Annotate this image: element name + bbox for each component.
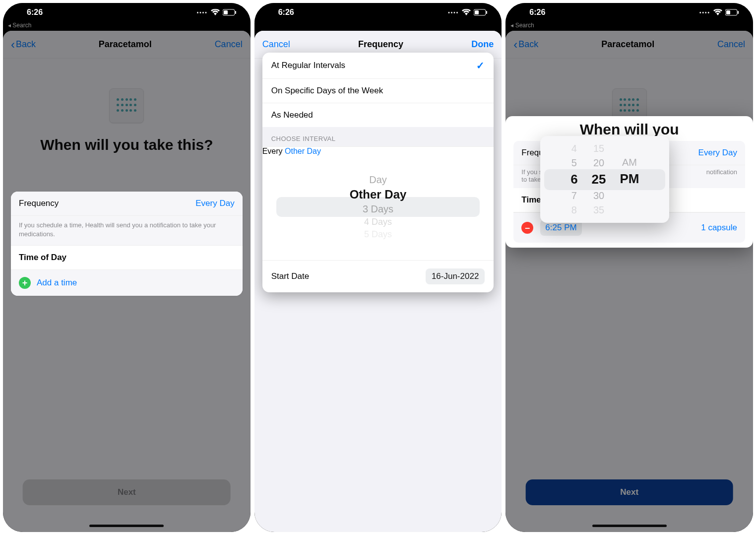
option-specific-days[interactable]: On Specific Days of the Week (262, 79, 494, 103)
section-choose-interval: CHOOSE INTERVAL (262, 127, 494, 146)
minute-column[interactable]: 15 20 25 30 35 (592, 143, 606, 216)
cell-dots-icon: •••• (448, 10, 459, 15)
svg-rect-4 (475, 10, 479, 14)
frequency-row[interactable]: Frequency Every Day (11, 192, 243, 216)
battery-icon (474, 9, 488, 16)
time-of-day-header: Time of Day (11, 246, 243, 270)
picker-option[interactable]: Day (350, 173, 407, 187)
frequency-value: Every Day (698, 148, 737, 158)
heading: When will you take this? (40, 136, 213, 154)
chevron-left-icon: ‹ (11, 39, 15, 51)
status-bar: 6:26 •••• (505, 3, 753, 22)
status-right: •••• (197, 9, 237, 16)
option-regular-intervals[interactable]: At Regular Intervals ✓ (262, 53, 494, 79)
page-title: Paracetamol (601, 39, 654, 50)
phone-1: 6:26 •••• Search ‹Back Paracetamol Cance… (3, 3, 251, 532)
svg-rect-2 (235, 11, 236, 14)
home-indicator[interactable] (89, 525, 164, 527)
chevron-left-icon: ‹ (513, 39, 517, 51)
wifi-icon (713, 9, 722, 16)
every-row[interactable]: Every Other Day (262, 146, 494, 156)
time-picker-popover[interactable]: 4 5 6 7 8 15 20 25 30 35 AM PM (540, 136, 669, 223)
option-label: As Needed (271, 110, 313, 120)
interval-picker-block: Day Other Day 3 Days 4 Days 5 Days (262, 165, 494, 260)
checkmark-icon: ✓ (476, 60, 485, 71)
minute-selected: 25 (592, 172, 606, 187)
wifi-icon (211, 9, 220, 16)
next-button[interactable]: Next (525, 479, 733, 505)
phone-3: 6:26 •••• Search ‹Back Paracetamol Cance… (505, 3, 753, 532)
back-to-search[interactable]: Search (3, 22, 251, 31)
schedule-hint: If you schedule a time, Health will send… (11, 216, 243, 246)
phone-2: 6:26 •••• . Cancel Frequency Done At Reg… (254, 3, 502, 532)
svg-rect-1 (224, 10, 228, 14)
frequency-label: Frequency (19, 199, 59, 208)
dose-value[interactable]: 1 capsule (701, 223, 737, 233)
option-label: At Regular Intervals (271, 61, 345, 70)
frequency-value: Every Day (195, 199, 234, 208)
screen-3: ‹Back Paracetamol Cancel Next (505, 31, 753, 532)
start-date-row[interactable]: Start Date 16-Jun-2022 (262, 260, 494, 292)
done-button[interactable]: Done (471, 39, 494, 50)
back-button[interactable]: ‹Back (513, 39, 538, 51)
option-as-needed[interactable]: As Needed (262, 103, 494, 127)
nav-bar: ‹Back Paracetamol Cancel (505, 31, 753, 59)
status-right: •••• (699, 9, 739, 16)
hour-column[interactable]: 4 5 6 7 8 (570, 143, 577, 216)
ampm-column[interactable]: AM PM (620, 143, 639, 216)
tod-label: Time (521, 195, 541, 205)
home-indicator[interactable] (592, 525, 667, 527)
battery-icon (223, 9, 237, 16)
schedule-card: Frequency Every Day If you schedule a ti… (11, 192, 243, 296)
battery-icon (725, 9, 739, 16)
add-time-row[interactable]: + Add a time (11, 270, 243, 296)
option-label: On Specific Days of the Week (271, 86, 383, 96)
wifi-icon (462, 9, 471, 16)
next-button: Next (23, 479, 231, 505)
every-value: Other Day (285, 147, 321, 155)
status-time: 6:26 (27, 8, 43, 17)
picker-option[interactable]: 3 Days (350, 202, 407, 216)
back-button[interactable]: ‹Back (11, 39, 36, 51)
picker-option-selected[interactable]: Other Day (350, 187, 407, 202)
page-title: Paracetamol (99, 39, 152, 50)
status-bar: 6:26 •••• (3, 3, 251, 22)
nav-bar: ‹Back Paracetamol Cancel (3, 31, 251, 59)
picker-option[interactable]: 5 Days (350, 228, 407, 241)
ampm-selected: PM (620, 171, 639, 187)
status-time: 6:26 (529, 8, 545, 17)
frequency-overlay: At Regular Intervals ✓ On Specific Days … (262, 53, 494, 292)
start-date-value[interactable]: 16-Jun-2022 (426, 268, 485, 284)
cell-dots-icon: •••• (197, 10, 208, 15)
cancel-button[interactable]: Cancel (215, 39, 243, 50)
remove-icon[interactable]: – (521, 222, 533, 234)
cell-dots-icon: •••• (699, 10, 710, 15)
plus-icon: + (19, 277, 31, 289)
svg-rect-8 (738, 11, 739, 14)
every-label: Every (262, 147, 283, 155)
schedule-popover-card: When will you Frequ Every Day If you sno… (505, 116, 753, 248)
hour-selected: 6 (570, 172, 577, 187)
cancel-button[interactable]: Cancel (262, 39, 290, 50)
status-time: 6:26 (278, 8, 294, 17)
status-right: •••• (448, 9, 488, 16)
status-bar: 6:26 •••• (254, 3, 502, 22)
back-to-search[interactable]: Search (505, 22, 753, 31)
frequency-options: At Regular Intervals ✓ On Specific Days … (262, 53, 494, 127)
svg-rect-5 (486, 11, 487, 14)
page-title: Frequency (358, 39, 403, 50)
picker-option[interactable]: 4 Days (350, 216, 407, 228)
cancel-button[interactable]: Cancel (717, 39, 745, 50)
tod-label: Time of Day (19, 253, 66, 263)
start-date-label: Start Date (271, 271, 310, 281)
add-time-label: Add a time (37, 278, 77, 288)
svg-rect-7 (726, 10, 730, 14)
interval-picker[interactable]: Day Other Day 3 Days 4 Days 5 Days (276, 165, 480, 249)
calendar-icon (109, 88, 144, 123)
